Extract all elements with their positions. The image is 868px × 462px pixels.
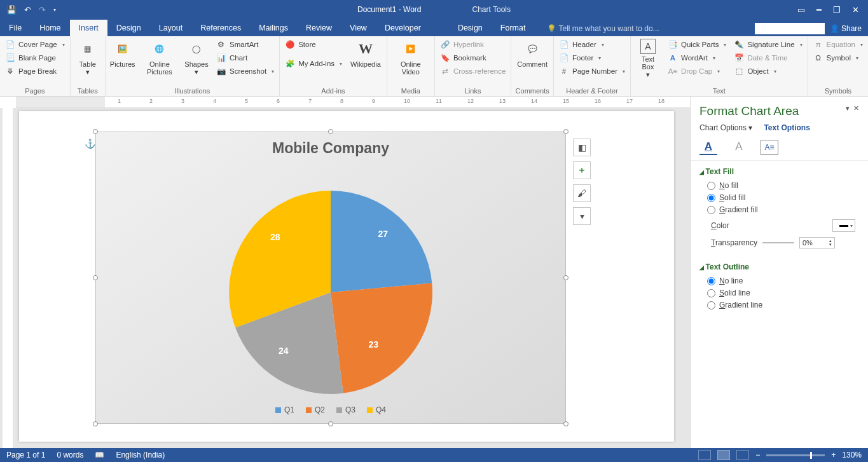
slice-q2[interactable] (331, 283, 432, 393)
wikipedia-button[interactable]: WWikipedia (348, 37, 383, 69)
qat-dropdown-icon[interactable]: ▾ (53, 7, 56, 13)
legend-item-q4[interactable]: Q4 (367, 405, 386, 414)
language-status[interactable]: English (India) (116, 451, 165, 459)
chart-legend[interactable]: Q1 Q2 Q3 Q4 (275, 405, 386, 414)
resize-handle[interactable] (93, 275, 98, 280)
data-label-q3[interactable]: 24 (279, 346, 289, 356)
no-line-radio[interactable]: No line (707, 276, 859, 285)
date-time-button[interactable]: 📅Date & Time (732, 52, 804, 64)
bookmark-button[interactable]: 🔖Bookmark (438, 52, 507, 64)
zoom-out-button[interactable]: − (755, 451, 760, 459)
textbox-icon[interactable]: A≡ (761, 140, 778, 155)
solid-fill-radio[interactable]: Solid fill (707, 193, 859, 202)
legend-item-q3[interactable]: Q3 (336, 405, 355, 414)
text-options-tab[interactable]: Text Options (764, 123, 809, 132)
tab-developer[interactable]: Developer (376, 20, 430, 36)
resize-handle[interactable] (328, 129, 333, 134)
maximize-icon[interactable]: ❐ (833, 5, 841, 15)
header-button[interactable]: 📄Header (557, 39, 627, 50)
resize-handle[interactable] (93, 129, 98, 134)
ribbon-display-icon[interactable]: ▭ (797, 5, 805, 15)
web-layout-button[interactable] (736, 450, 749, 460)
cross-reference-button[interactable]: ⇄Cross-reference (438, 65, 507, 77)
hyperlink-button[interactable]: 🔗Hyperlink (438, 39, 507, 50)
chart-elements-button[interactable]: ＋ (573, 161, 591, 179)
table-button[interactable]: ▦Table▾ (74, 37, 102, 77)
gradient-line-radio[interactable]: Gradient line (707, 301, 859, 309)
panel-options-icon[interactable]: ▾ (846, 104, 850, 112)
text-outline-header[interactable]: Text Outline (699, 262, 859, 271)
tab-chart-design[interactable]: Design (449, 20, 492, 36)
page-break-button[interactable]: ⤋Page Break (3, 65, 67, 77)
redo-icon[interactable]: ↷ (39, 5, 46, 15)
resize-handle[interactable] (563, 275, 568, 280)
text-box-button[interactable]: AText Box▾ (634, 37, 662, 79)
spell-check-icon[interactable]: 📖 (95, 451, 104, 459)
tab-mailings[interactable]: Mailings (250, 20, 297, 36)
close-icon[interactable]: ✕ (852, 5, 859, 15)
tab-review[interactable]: Review (297, 20, 341, 36)
data-label-q2[interactable]: 23 (368, 339, 378, 350)
zoom-slider[interactable] (766, 454, 825, 456)
quick-parts-button[interactable]: 📑Quick Parts (666, 39, 728, 50)
online-video-button[interactable]: ▶️Online Video (390, 37, 431, 77)
word-count[interactable]: 0 words (57, 451, 83, 459)
object-button[interactable]: ⬚Object (732, 65, 804, 77)
equation-button[interactable]: πEquation (811, 39, 865, 50)
chart-object[interactable]: ⚓ Mobile Company 27 23 24 28 Q1 Q2 (95, 132, 566, 424)
chart-options-tab[interactable]: Chart Options ▾ (699, 123, 752, 132)
online-pictures-button[interactable]: 🌐Online Pictures (141, 37, 179, 77)
drop-cap-button[interactable]: A≡Drop Cap (666, 65, 728, 77)
tab-view[interactable]: View (341, 20, 376, 36)
tab-layout[interactable]: Layout (150, 20, 192, 36)
tab-home[interactable]: Home (31, 20, 69, 36)
pictures-button[interactable]: 🖼️Pictures (109, 37, 137, 69)
cover-page-button[interactable]: 📄Cover Page (3, 39, 67, 50)
data-label-q4[interactable]: 28 (270, 232, 280, 242)
page[interactable]: ⚓ Mobile Company 27 23 24 28 Q1 Q2 (19, 111, 674, 442)
text-fill-outline-icon[interactable]: A (699, 140, 717, 155)
chart-styles-button[interactable]: 🖌 (573, 184, 591, 202)
page-count[interactable]: Page 1 of 1 (6, 451, 45, 459)
minimize-icon[interactable]: ━ (816, 5, 822, 15)
layout-options-button[interactable]: ◧ (573, 139, 591, 156)
tab-insert[interactable]: Insert (70, 20, 107, 36)
blank-page-button[interactable]: 📃Blank Page (3, 52, 67, 64)
share-button[interactable]: 👤 Share (830, 24, 862, 33)
text-effects-icon[interactable]: A (730, 140, 748, 155)
text-fill-header[interactable]: Text Fill (699, 167, 859, 176)
tab-file[interactable]: File (0, 20, 31, 36)
save-icon[interactable]: 💾 (6, 5, 17, 15)
resize-handle[interactable] (563, 129, 568, 134)
print-layout-button[interactable] (717, 450, 730, 460)
undo-icon[interactable]: ↶ (24, 5, 31, 15)
tab-chart-format[interactable]: Format (492, 20, 535, 36)
resize-handle[interactable] (563, 421, 568, 426)
shapes-button[interactable]: ◯Shapes▾ (183, 37, 210, 77)
page-number-button[interactable]: #Page Number (557, 65, 627, 77)
comment-button[interactable]: 💬Comment (514, 37, 550, 69)
slice-q1[interactable] (331, 191, 432, 292)
screenshot-button[interactable]: 📷Screenshot (214, 65, 276, 77)
transparency-input[interactable]: 0%▴▾ (799, 237, 835, 248)
vertical-ruler[interactable] (0, 108, 16, 448)
zoom-level[interactable]: 130% (842, 451, 862, 459)
chart-title[interactable]: Mobile Company (96, 132, 565, 157)
tab-design[interactable]: Design (107, 20, 150, 36)
chart-button[interactable]: 📊Chart (214, 52, 276, 64)
chart-filters-button[interactable]: ▾ (573, 207, 591, 225)
solid-line-radio[interactable]: Solid line (707, 289, 859, 297)
symbol-button[interactable]: ΩSymbol (811, 52, 865, 64)
panel-close-icon[interactable]: ✕ (853, 104, 859, 112)
data-label-q1[interactable]: 27 (378, 229, 388, 239)
legend-item-q1[interactable]: Q1 (275, 405, 294, 414)
footer-button[interactable]: 📄Footer (557, 52, 627, 64)
smartart-button[interactable]: ⚙SmartArt (214, 39, 276, 50)
gradient-fill-radio[interactable]: Gradient fill (707, 205, 859, 214)
no-fill-radio[interactable]: No fill (707, 181, 859, 190)
resize-handle[interactable] (93, 421, 98, 426)
transparency-slider[interactable] (762, 242, 794, 243)
zoom-in-button[interactable]: + (831, 451, 836, 459)
search-box[interactable] (755, 23, 825, 34)
legend-item-q2[interactable]: Q2 (306, 405, 325, 414)
